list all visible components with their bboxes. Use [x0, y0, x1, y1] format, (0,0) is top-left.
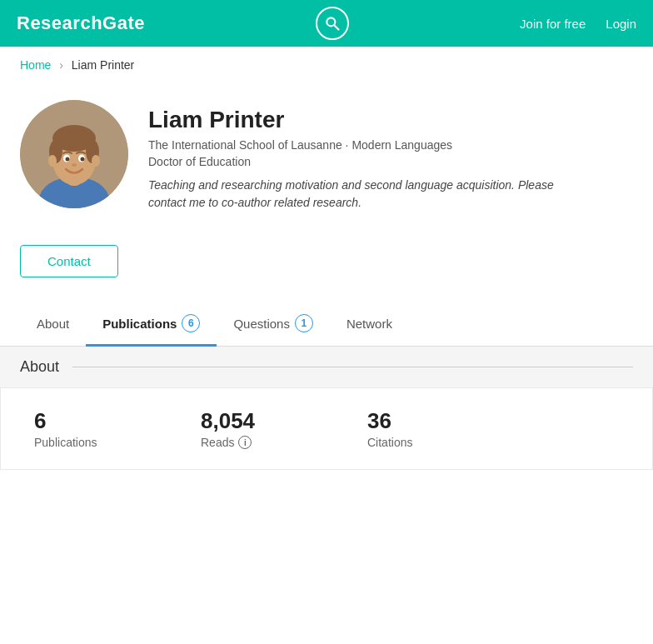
search-button[interactable] [316, 7, 349, 40]
breadcrumb-home[interactable]: Home [20, 58, 51, 72]
stat-publications-label: Publications [34, 436, 97, 449]
about-divider [72, 367, 633, 367]
svg-line-1 [335, 26, 339, 30]
contact-section: Contact [0, 237, 653, 302]
stat-citations-label: Citations [367, 436, 412, 449]
svg-point-13 [66, 157, 70, 162]
profile-section: Liam Printer The International School of… [0, 83, 653, 237]
stat-reads-number: 8,054 [201, 408, 255, 434]
tab-publications[interactable]: Publications 6 [86, 302, 217, 347]
tab-questions-label: Questions [233, 317, 290, 331]
header-nav: Join for free Login [520, 17, 636, 31]
avatar [20, 100, 128, 208]
stat-reads: 8,054 Reads i [201, 408, 367, 449]
tab-publications-badge: 6 [182, 314, 200, 332]
breadcrumb: Home › Liam Printer [0, 47, 653, 83]
login-link[interactable]: Login [606, 17, 636, 31]
stats-section: 6 Publications 8,054 Reads i 36 Citation… [0, 387, 653, 470]
reads-info-icon[interactable]: i [238, 436, 252, 449]
tab-about[interactable]: About [20, 302, 86, 347]
avatar-image [20, 100, 128, 208]
stat-publications: 6 Publications [34, 408, 201, 449]
svg-point-14 [81, 157, 85, 162]
about-header: About [0, 347, 653, 387]
tab-questions-badge: 1 [295, 314, 313, 332]
tab-publications-label: Publications [102, 317, 177, 331]
breadcrumb-separator: › [59, 58, 63, 72]
logo: ResearchGate [17, 12, 145, 34]
tab-about-label: About [37, 317, 69, 331]
stat-citations-number: 36 [367, 408, 391, 434]
tab-questions[interactable]: Questions 1 [217, 302, 330, 347]
search-icon [324, 15, 341, 32]
svg-point-9 [48, 155, 57, 167]
profile-info: Liam Printer The International School of… [148, 100, 581, 212]
tab-network-label: Network [346, 317, 392, 331]
stat-citations: 36 Citations [367, 408, 534, 449]
header: ResearchGate Join for free Login [0, 0, 653, 47]
svg-point-10 [92, 155, 100, 167]
breadcrumb-current: Liam Printer [72, 58, 134, 72]
tabs: About Publications 6 Questions 1 Network [0, 302, 653, 347]
profile-name: Liam Printer [148, 107, 581, 133]
tab-network[interactable]: Network [330, 302, 409, 347]
join-for-free-link[interactable]: Join for free [520, 17, 586, 31]
stat-reads-label: Reads i [201, 436, 252, 449]
profile-degree: Doctor of Education [148, 155, 581, 168]
contact-button[interactable]: Contact [20, 245, 118, 277]
avatar-wrapper [20, 100, 128, 208]
stat-publications-number: 6 [34, 408, 46, 434]
about-title: About [20, 358, 59, 376]
svg-point-15 [72, 163, 77, 167]
profile-institution: The International School of Lausanne · M… [148, 138, 581, 152]
search-circle[interactable] [316, 7, 349, 40]
profile-bio: Teaching and researching motivation and … [148, 177, 581, 212]
